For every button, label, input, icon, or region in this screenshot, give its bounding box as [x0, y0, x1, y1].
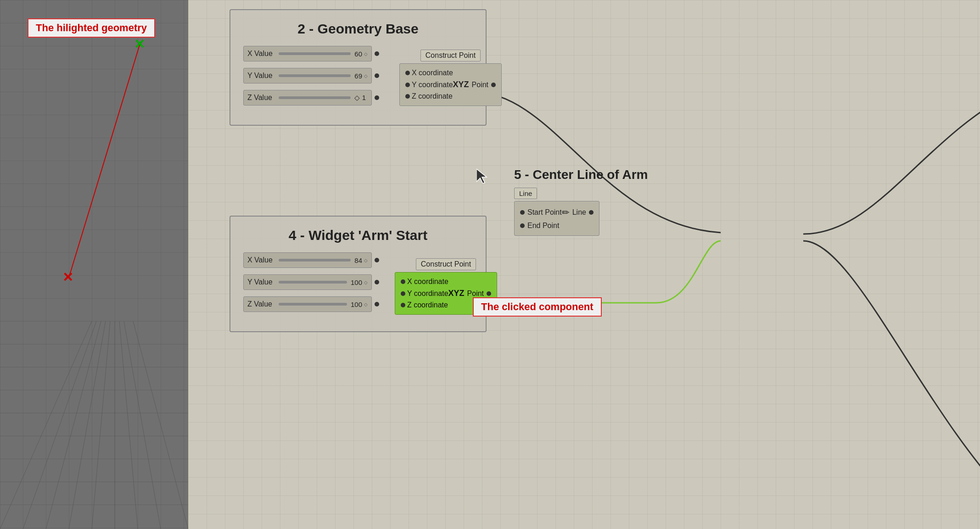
wa-z-connector-right: [375, 302, 379, 306]
x-slider-track[interactable]: [279, 52, 351, 55]
y-slider-value: 69: [354, 72, 362, 80]
x-connector-right: [375, 51, 379, 56]
cp-gb-x-label: X coordinate: [412, 69, 453, 77]
cp-gb-right-dot: [491, 83, 496, 87]
svg-marker-19: [476, 169, 487, 184]
z-value-label: Z Value: [247, 94, 275, 102]
construct-point-gb-wrapper: Construct Point X coordinate Y coordinat…: [399, 50, 502, 106]
wa-z-slider-track[interactable]: [279, 303, 347, 306]
wa-y-slider-value: 100: [351, 278, 362, 286]
cp-wa-y-left: [401, 291, 405, 296]
line-right-dot: [589, 210, 594, 215]
svg-line-16: [124, 321, 161, 529]
line-output-label: Line: [572, 208, 586, 217]
z-value-slider[interactable]: Z Value ◇ 1: [243, 90, 372, 106]
highlight-label: The hilighted geometry: [28, 18, 155, 38]
wa-x-slider-value: 84: [354, 256, 362, 264]
y-diamond: ◇: [364, 73, 368, 78]
cp-wa-right: XYZ Point: [448, 289, 491, 298]
wa-y-connector-right: [375, 280, 379, 284]
center-line-group: 5 - Center Line of Arm Line Start Point …: [514, 167, 648, 236]
svg-line-10: [23, 321, 96, 529]
svg-line-12: [69, 321, 106, 529]
cursor: [476, 169, 487, 185]
cp-gb-z-label: Z coordinate: [412, 92, 453, 100]
cp-wa-y-label: Y coordinate: [407, 290, 448, 298]
y-value-slider[interactable]: Y Value 69 ◇: [243, 68, 372, 84]
wa-y-value-label: Y Value: [247, 278, 275, 286]
xyz-icon-wa: XYZ: [448, 289, 465, 298]
wa-z-value-slider[interactable]: Z Value 100 ◇: [243, 296, 372, 312]
svg-line-17: [133, 321, 188, 529]
cp-wa-z-label: Z coordinate: [407, 301, 448, 309]
x-diamond: ◇: [364, 51, 368, 56]
wa-x-diamond: ◇: [364, 258, 368, 263]
y-value-label: Y Value: [247, 72, 275, 80]
cp-gb-y-left: [405, 83, 410, 87]
red-marker-bottom: ✕: [62, 270, 73, 285]
line-label-box: Line: [514, 188, 537, 199]
cp-gb-x-row: X coordinate: [405, 67, 496, 78]
z-connector-right: [375, 95, 379, 100]
geometry-base-title: 2 - Geometry Base: [243, 21, 473, 37]
z-slider-value: ◇ 1: [354, 94, 366, 102]
line-node[interactable]: Start Point ✏ Line End Point: [514, 201, 599, 236]
svg-line-15: [119, 321, 138, 529]
cp-wa-x-label: X coordinate: [407, 278, 448, 286]
line-start-label: Start Point: [527, 208, 562, 217]
x-value-slider[interactable]: X Value 60 ◇: [243, 46, 372, 61]
z-slider-track[interactable]: [279, 96, 351, 99]
wa-z-diamond: ◇: [364, 302, 368, 307]
cp-wa-right-dot: [487, 291, 491, 296]
canvas-area: 2 - Geometry Base X Value 60 ◇ Y Value 6…: [188, 0, 980, 529]
cp-gb-y-row: Y coordinate XYZ Point: [405, 78, 496, 91]
cp-gb-z-row: Z coordinate: [405, 91, 496, 102]
line-start-left-dot: [520, 210, 525, 215]
wa-x-value-label: X Value: [247, 256, 275, 264]
construct-point-gb-label: Construct Point: [420, 50, 481, 61]
viewport-grid: [0, 0, 188, 529]
construct-point-gb-node[interactable]: X coordinate Y coordinate XYZ Point Z co…: [399, 63, 502, 106]
construct-point-wa-label: Construct Point: [416, 258, 476, 270]
xyz-icon-gb: XYZ: [453, 80, 469, 89]
cp-gb-y-label: Y coordinate: [412, 81, 453, 89]
wa-z-slider-value: 100: [351, 301, 362, 308]
cp-wa-point-label: Point: [467, 290, 484, 298]
svg-line-11: [46, 321, 101, 529]
y-slider-track[interactable]: [279, 74, 351, 77]
x-slider-value: 60: [354, 50, 362, 58]
pencil-icon: ✏: [562, 207, 570, 218]
cp-wa-x-row: X coordinate: [401, 276, 491, 287]
line-start-row: Start Point ✏ Line: [520, 205, 594, 220]
line-end-left-dot: [520, 223, 525, 228]
clicked-component-label: The clicked component: [473, 297, 602, 317]
center-line-title: 5 - Center Line of Arm: [514, 167, 648, 182]
wa-z-value-label: Z Value: [247, 300, 275, 308]
line-end-label: End Point: [527, 222, 559, 230]
svg-line-9: [0, 321, 92, 529]
widget-arm-title: 4 - Widget 'Arm' Start: [243, 228, 473, 243]
wa-x-slider-track[interactable]: [279, 259, 351, 262]
cp-gb-z-left: [405, 94, 410, 99]
wa-x-value-slider[interactable]: X Value 84 ◇: [243, 252, 372, 268]
viewport-panel: ✕ ✕ The hilighted geometry: [0, 0, 188, 529]
cp-gb-point-label: Point: [472, 81, 488, 89]
y-connector-right: [375, 73, 379, 78]
cp-wa-x-left: [401, 279, 405, 284]
cp-gb-right: XYZ Point: [453, 80, 496, 89]
line-end-row: End Point: [520, 220, 594, 232]
x-value-label: X Value: [247, 50, 275, 58]
wa-y-value-slider[interactable]: Y Value 100 ◇: [243, 274, 372, 290]
wa-y-slider-track[interactable]: [279, 281, 347, 284]
green-marker-top: ✕: [134, 37, 145, 52]
cp-wa-z-left: [401, 303, 405, 307]
cp-gb-x-left: [405, 71, 410, 75]
svg-line-13: [92, 321, 110, 529]
svg-line-18: [69, 44, 140, 278]
wa-x-connector-right: [375, 258, 379, 262]
wa-y-diamond: ◇: [364, 280, 368, 285]
